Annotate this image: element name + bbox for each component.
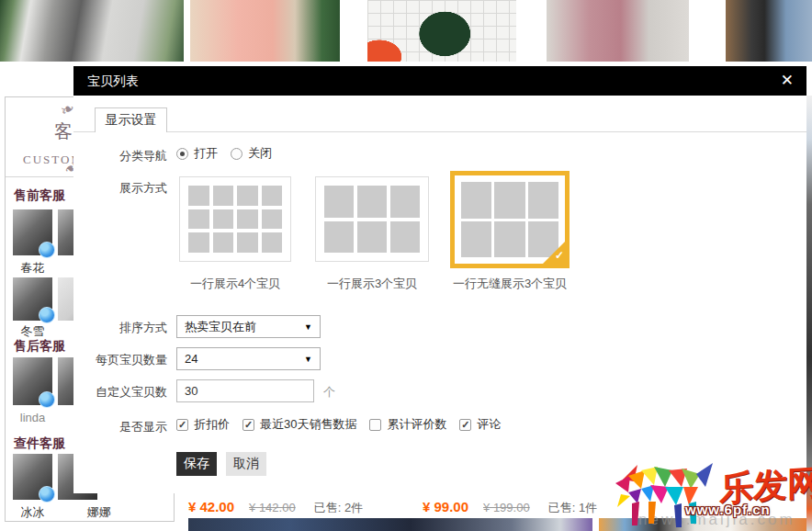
radio-closed[interactable]	[231, 148, 242, 160]
product-list-settings-dialog: 宝贝列表 ✕ 显示设置 分类导航 打开 关闭 展示方式 ✓ ✓ ✓ 一行展示4个…	[73, 66, 806, 493]
agent-name: 春花	[13, 260, 52, 277]
sold-count: 已售: 1件	[548, 500, 597, 516]
field-label-display-toggles: 是否显示	[85, 419, 167, 435]
checkbox-30day-sales-label[interactable]: 最近30天销售数据	[260, 416, 356, 433]
product-price-row: ¥ 99.00 ¥ 199.00 已售: 1件	[423, 499, 597, 516]
field-label-sort: 排序方式	[85, 320, 167, 336]
checkbox-total-reviews-label[interactable]: 累计评价数	[387, 416, 446, 433]
field-label-display-mode: 展示方式	[85, 180, 167, 197]
tab-divider	[73, 131, 806, 132]
product-photo[interactable]	[367, 0, 516, 62]
sold-count: 已售: 2件	[314, 500, 363, 516]
display-mode-option-4-per-row[interactable]: ✓	[179, 176, 291, 262]
checkbox-discount-price[interactable]: ✓	[176, 419, 188, 431]
watermark-url: www.6pf.cn	[685, 502, 771, 517]
tab-display-settings[interactable]: 显示设置	[95, 107, 167, 132]
selected-corner-icon: ✓	[543, 242, 565, 264]
bull-logo-icon	[597, 459, 726, 531]
wangwang-chat-icon[interactable]	[39, 391, 55, 408]
save-button[interactable]: 保存	[176, 452, 217, 476]
chevron-down-icon: ▼	[304, 322, 312, 332]
page: ❧ 客服 CUSTOMER ❧ 售前客服 春花 冬雪 售后客服 linda 查件…	[0, 0, 812, 531]
chevron-down-icon: ▼	[304, 355, 312, 364]
radio-closed-label[interactable]: 关闭	[248, 145, 272, 162]
custom-count-unit: 个	[323, 384, 335, 401]
per-page-select[interactable]: 24 ▼	[176, 347, 321, 370]
radio-open-label[interactable]: 打开	[194, 145, 218, 162]
site-watermark: 乐发网 www.6pf.cn	[597, 459, 812, 531]
group-title-parcel: 查件客服	[14, 435, 65, 452]
display-toggles-options: ✓ 折扣价 ✓ 最近30天销售数据 ✓ 累计评价数 ✓ 评论	[176, 416, 501, 433]
agent-name: 冰冰	[13, 504, 52, 521]
original-price: ¥ 142.00	[249, 501, 296, 514]
display-mode-option-3-seamless[interactable]: ✓	[450, 171, 570, 268]
close-icon[interactable]: ✕	[781, 71, 794, 91]
field-label-per-page: 每页宝贝数量	[85, 352, 167, 368]
checkbox-total-reviews[interactable]: ✓	[369, 419, 381, 431]
product-price-row: ¥ 42.00 ¥ 142.00 已售: 2件	[188, 499, 363, 516]
custom-count-input[interactable]	[176, 379, 314, 402]
display-mode-caption: 一行无缝展示3个宝贝	[432, 276, 588, 292]
product-photo[interactable]	[547, 0, 689, 62]
display-mode-caption: 一行展示4个宝贝	[161, 276, 310, 292]
product-photo[interactable]	[0, 0, 184, 62]
dialog-header: 宝贝列表 ✕	[73, 66, 806, 96]
current-price: ¥ 99.00	[423, 499, 468, 514]
wangwang-chat-icon[interactable]	[39, 486, 55, 503]
wangwang-chat-icon[interactable]	[39, 242, 55, 258]
agent-name: linda	[13, 411, 52, 424]
per-page-select-value: 24	[185, 352, 197, 366]
radio-open[interactable]	[176, 148, 188, 160]
avatar[interactable]	[13, 277, 52, 321]
product-photo[interactable]	[190, 0, 340, 62]
agent-name: 娜娜	[79, 504, 118, 521]
product-photo[interactable]	[726, 0, 812, 62]
category-nav-options: 打开 关闭	[176, 145, 272, 162]
checkbox-discount-price-label[interactable]: 折扣价	[194, 416, 230, 433]
current-price: ¥ 42.00	[188, 499, 234, 514]
display-mode-caption: 一行展示3个宝贝	[297, 276, 447, 292]
field-label-custom-count: 自定义宝贝数	[85, 384, 167, 401]
avatar[interactable]	[13, 454, 52, 500]
checkbox-comments-label[interactable]: 评论	[477, 416, 501, 433]
avatar[interactable]	[13, 209, 52, 255]
dialog-title: 宝贝列表	[87, 73, 139, 90]
display-mode-option-3-per-row[interactable]: ✓	[315, 176, 429, 262]
cancel-button[interactable]: 取消	[226, 452, 266, 476]
avatar[interactable]	[13, 357, 52, 405]
sort-select[interactable]: 热卖宝贝在前 ▼	[176, 315, 321, 338]
group-title-aftersale: 售后客服	[14, 338, 65, 355]
checkbox-comments[interactable]: ✓	[459, 419, 471, 431]
product-photo[interactable]	[188, 518, 592, 531]
field-label-category-nav: 分类导航	[85, 148, 167, 164]
wangwang-chat-icon[interactable]	[39, 307, 55, 323]
group-title-presale: 售前客服	[14, 187, 65, 204]
checkbox-30day-sales[interactable]: ✓	[242, 419, 254, 431]
sort-select-value: 热卖宝贝在前	[185, 319, 256, 335]
check-icon: ✓	[555, 249, 564, 262]
original-price: ¥ 199.00	[483, 501, 530, 514]
